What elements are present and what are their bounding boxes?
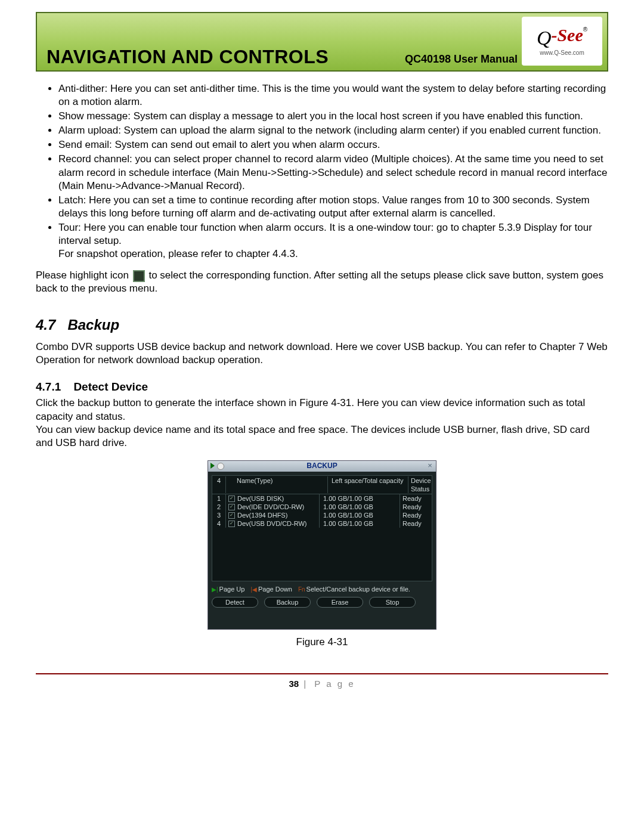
bullet-text: Tour: Here you can enable tour function … [58, 222, 592, 246]
dialog-title: BACKUP [208, 462, 436, 471]
page-number-label: P a g e [314, 679, 355, 689]
logo-text: -See [551, 25, 583, 45]
row-status: Ready [400, 494, 432, 503]
dialog-hints: ▶|Page Up |◀Page Down FnSelect/Cancel ba… [212, 585, 432, 593]
figure-caption: Figure 4-31 [36, 636, 608, 649]
bullet-item: Send email: System can send out email to… [58, 138, 608, 151]
subsection-heading: 4.7.1 Detect Device [36, 380, 608, 395]
hint-pageup[interactable]: Page Up [219, 586, 245, 593]
bullet-item: Record channel: you can select proper ch… [58, 153, 608, 192]
subsection-p1: Click the backup button to generate the … [36, 397, 608, 423]
subsection-number: 4.7.1 [36, 380, 61, 393]
page-header: Q-See® www.Q-See.com NAVIGATION AND CONT… [36, 12, 608, 72]
row-status: Ready [400, 503, 432, 511]
backup-button[interactable]: Backup [264, 597, 311, 608]
erase-button[interactable]: Erase [317, 597, 363, 608]
bullet-item: Anti-dither: Here you can set anti-dithe… [58, 82, 608, 109]
row-capacity: 1.00 GB/1.00 GB [320, 511, 400, 519]
row-status: Ready [400, 511, 432, 519]
logo-q-glyph: Q [537, 27, 552, 49]
col-capacity-header: Left space/Total capacity [328, 476, 408, 494]
snapshot-line: For snapshot operation, please refer to … [58, 247, 608, 261]
row-name: Dev(USB DISK) [237, 494, 284, 503]
feature-bullet-list: Anti-dither: Here you can set anti-dithe… [36, 82, 608, 261]
row-name: Dev(USB DVD/CD-RW) [237, 519, 307, 528]
bullet-item: Tour: Here you can enable tour function … [58, 221, 608, 261]
dialog-titlebar: BACKUP × [208, 461, 436, 472]
checkbox-icon[interactable]: ✓ [228, 504, 235, 510]
row-index: 4 [212, 519, 226, 528]
device-table: 4 Name(Type) Left space/Total capacity D… [212, 475, 432, 581]
section-number: 4.7 [36, 317, 55, 333]
backup-dialog: BACKUP × 4 Name(Type) Left space/Total c… [208, 460, 436, 630]
bullet-item: Alarm upload: System can upload the alar… [58, 124, 608, 137]
header-subtitle: QC40198 User Manual [405, 53, 518, 66]
table-header: 4 Name(Type) Left space/Total capacity D… [212, 476, 432, 495]
pageup-icon[interactable]: ▶| [212, 586, 218, 593]
table-row[interactable]: 3✓Dev(1394 DHFS)1.00 GB/1.00 GBReady [212, 511, 432, 519]
bullet-item: Show message: System can display a messa… [58, 110, 608, 123]
row-index: 1 [212, 494, 226, 503]
brand-logo: Q-See® www.Q-See.com [522, 17, 602, 66]
bullet-item: Latch: Here you can set a time to contin… [58, 194, 608, 220]
subsection-title: Detect Device [73, 380, 148, 393]
header-title: NAVIGATION AND CONTROLS [47, 46, 329, 68]
logo-url: www.Q-See.com [540, 49, 584, 56]
detect-button[interactable]: Detect [212, 597, 258, 608]
col-name-header: Name(Type) [226, 476, 328, 494]
hint-select: Select/Cancel backup device or file. [306, 586, 410, 593]
pagedown-icon[interactable]: |◀ [250, 586, 257, 593]
table-row[interactable]: 2✓Dev(IDE DVD/CD-RW)1.00 GB/1.00 GBReady [212, 503, 432, 511]
close-icon[interactable]: × [426, 462, 434, 470]
row-capacity: 1.00 GB/1.00 GB [320, 494, 400, 503]
col-status-header: Device Status [408, 476, 432, 494]
hint-pagedown[interactable]: Page Down [258, 586, 292, 593]
row-name: Dev(IDE DVD/CD-RW) [237, 503, 304, 511]
table-row[interactable]: 4✓Dev(USB DVD/CD-RW)1.00 GB/1.00 GBReady [212, 519, 432, 528]
section-heading: 4.7 Backup [36, 315, 608, 334]
section-intro: Combo DVR supports USB device backup and… [36, 340, 608, 367]
checkbox-icon[interactable]: ✓ [228, 512, 235, 519]
select-icon[interactable]: Fn [298, 586, 305, 593]
col-count: 4 [212, 476, 226, 494]
row-capacity: 1.00 GB/1.00 GB [320, 519, 400, 528]
row-index: 3 [212, 511, 226, 519]
checkbox-icon[interactable]: ✓ [228, 521, 235, 527]
highlight-text-before: Please highlight icon [36, 270, 132, 281]
row-status: Ready [400, 519, 432, 528]
checkbox-icon[interactable]: ✓ [228, 496, 235, 502]
dialog-buttons: Detect Backup Erase Stop [212, 597, 432, 608]
highlight-paragraph: Please highlight icon to select the corr… [36, 269, 608, 295]
page-number: 38 | P a g e [36, 678, 608, 690]
subsection-p2: You can view backup device name and its … [36, 423, 608, 450]
stop-button[interactable]: Stop [369, 597, 416, 608]
table-row[interactable]: 1✓Dev(USB DISK)1.00 GB/1.00 GBReady [212, 494, 432, 503]
row-capacity: 1.00 GB/1.00 GB [320, 503, 400, 511]
highlight-checkbox-icon [133, 270, 145, 282]
section-title: Backup [67, 317, 119, 333]
footer-rule [36, 673, 608, 674]
row-name: Dev(1394 DHFS) [237, 511, 287, 519]
page-number-value: 38 [289, 679, 299, 689]
row-index: 2 [212, 503, 226, 511]
